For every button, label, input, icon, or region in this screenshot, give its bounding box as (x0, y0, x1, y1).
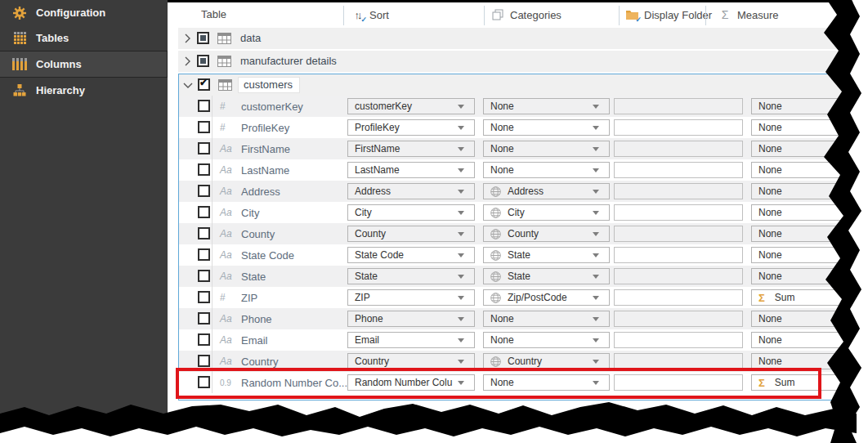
display-folder-input[interactable] (614, 268, 743, 284)
sort-dropdown[interactable]: LastName (347, 162, 475, 178)
column-checkbox[interactable]: ✔ (198, 291, 210, 303)
measure-dropdown[interactable]: Σ None (751, 119, 861, 136)
sigma-icon: Σ (758, 292, 765, 304)
sort-dropdown[interactable]: County (347, 226, 475, 242)
measure-dropdown[interactable]: Σ None (751, 353, 861, 369)
column-checkbox[interactable]: ✔ (198, 333, 210, 346)
measure-dropdown[interactable]: Σ Sum (751, 374, 861, 391)
display-folder-field[interactable] (621, 270, 736, 283)
display-folder-input[interactable] (614, 374, 743, 391)
display-folder-field[interactable] (621, 206, 736, 219)
display-folder-field[interactable] (621, 376, 736, 389)
category-dropdown[interactable]: State (483, 247, 610, 263)
column-checkbox[interactable]: ✔ (198, 185, 210, 197)
category-dropdown[interactable]: City (483, 204, 610, 221)
display-folder-input[interactable] (614, 141, 743, 157)
display-folder-field[interactable] (621, 142, 736, 155)
category-dropdown[interactable]: Zip/PostCode (483, 289, 610, 306)
column-checkbox[interactable]: ✔ (198, 355, 210, 367)
sidebar-item-columns[interactable]: Columns (0, 51, 168, 78)
display-folder-input[interactable] (614, 98, 743, 114)
display-folder-field[interactable] (621, 312, 736, 325)
display-folder-input[interactable] (614, 204, 743, 221)
display-folder-field[interactable] (621, 291, 736, 304)
measure-dropdown[interactable]: Σ None (751, 162, 861, 178)
chevron-down-icon (593, 232, 599, 236)
sidebar-item-tables[interactable]: Tables (0, 25, 168, 51)
display-folder-field[interactable] (621, 163, 736, 177)
column-checkbox[interactable]: ✔ (198, 312, 210, 324)
sidebar-item-configuration[interactable]: Configuration (0, 0, 168, 25)
sort-dropdown[interactable]: Address (347, 183, 475, 199)
sort-dropdown[interactable]: State Code (347, 247, 475, 263)
category-dropdown[interactable]: Country (483, 353, 610, 369)
sort-dropdown[interactable]: ZIP (347, 289, 475, 306)
category-dropdown[interactable]: None (483, 332, 610, 348)
display-folder-field[interactable] (621, 121, 736, 134)
measure-dropdown[interactable]: Σ None (751, 141, 861, 157)
table-checkbox[interactable]: ✔ (198, 78, 210, 91)
measure-dropdown[interactable]: Σ None (751, 183, 861, 199)
category-dropdown[interactable]: None (483, 311, 610, 327)
column-checkbox[interactable]: ✔ (198, 270, 210, 282)
measure-dropdown[interactable]: Σ None (751, 311, 861, 327)
sort-dropdown[interactable]: Random Number Colu (347, 374, 475, 391)
display-folder-field[interactable] (621, 355, 736, 368)
measure-dropdown[interactable]: Σ None (751, 247, 861, 263)
column-checkbox[interactable]: ✔ (198, 248, 210, 261)
category-dropdown[interactable]: Address (483, 183, 610, 199)
measure-dropdown[interactable]: Σ None (751, 268, 861, 284)
display-folder-field[interactable] (621, 100, 736, 113)
sort-dropdown[interactable]: State (347, 268, 475, 284)
display-folder-input[interactable] (614, 183, 743, 199)
category-dropdown[interactable]: State (483, 268, 610, 284)
category-dropdown[interactable]: None (483, 162, 610, 178)
category-dropdown[interactable]: County (483, 226, 610, 242)
measure-dropdown[interactable]: Σ None (751, 226, 861, 242)
sort-dropdown[interactable]: customerKey (347, 98, 475, 114)
display-folder-field[interactable] (621, 248, 736, 262)
display-folder-input[interactable] (614, 311, 743, 327)
measure-dropdown[interactable]: Σ None (751, 98, 861, 114)
category-dropdown[interactable]: None (483, 119, 610, 136)
display-folder-field[interactable] (621, 185, 736, 198)
display-folder-input[interactable] (614, 247, 743, 263)
table-checkbox[interactable]: ✔ (197, 55, 209, 67)
column-checkbox[interactable]: ✔ (198, 121, 210, 133)
sort-dropdown[interactable]: Country (347, 353, 475, 369)
measure-dropdown[interactable]: Σ None (751, 332, 861, 348)
table-checkbox[interactable]: ✔ (197, 32, 209, 44)
measure-dropdown[interactable]: Σ Sum (751, 289, 861, 306)
display-folder-field[interactable] (621, 227, 736, 240)
sidebar-item-hierarchy[interactable]: Hierarchy (0, 78, 168, 103)
display-folder-input[interactable] (614, 289, 743, 306)
column-checkbox[interactable]: ✔ (198, 163, 210, 176)
column-checkbox[interactable]: ✔ (198, 376, 210, 388)
display-folder-input[interactable] (614, 162, 743, 178)
display-folder-input[interactable] (614, 353, 743, 369)
display-folder-input[interactable] (614, 119, 743, 136)
sort-dropdown[interactable]: City (347, 204, 475, 221)
category-dropdown[interactable]: None (483, 141, 610, 157)
column-checkbox[interactable]: ✔ (198, 206, 210, 218)
chevron-icon[interactable] (182, 79, 194, 91)
sort-value: Email (355, 334, 379, 346)
column-checkbox[interactable]: ✔ (198, 227, 210, 239)
sort-dropdown[interactable]: ProfileKey (347, 119, 475, 136)
sort-dropdown[interactable]: FirstName (347, 141, 475, 157)
display-folder-input[interactable] (614, 226, 743, 242)
sort-dropdown[interactable]: Phone (347, 311, 475, 327)
column-checkbox[interactable]: ✔ (198, 142, 210, 154)
category-value: None (490, 122, 514, 133)
display-folder-field[interactable] (621, 333, 736, 347)
display-folder-input[interactable] (614, 332, 743, 348)
sort-dropdown[interactable]: Email (347, 332, 475, 348)
chevron-icon[interactable] (181, 56, 193, 67)
table-grid-icon (218, 79, 232, 94)
category-dropdown[interactable]: None (483, 374, 610, 391)
column-name: customerKey (241, 101, 303, 113)
category-dropdown[interactable]: None (483, 98, 610, 114)
chevron-icon[interactable] (181, 33, 193, 44)
measure-dropdown[interactable]: Σ None (751, 204, 861, 221)
column-checkbox[interactable]: ✔ (198, 100, 210, 112)
